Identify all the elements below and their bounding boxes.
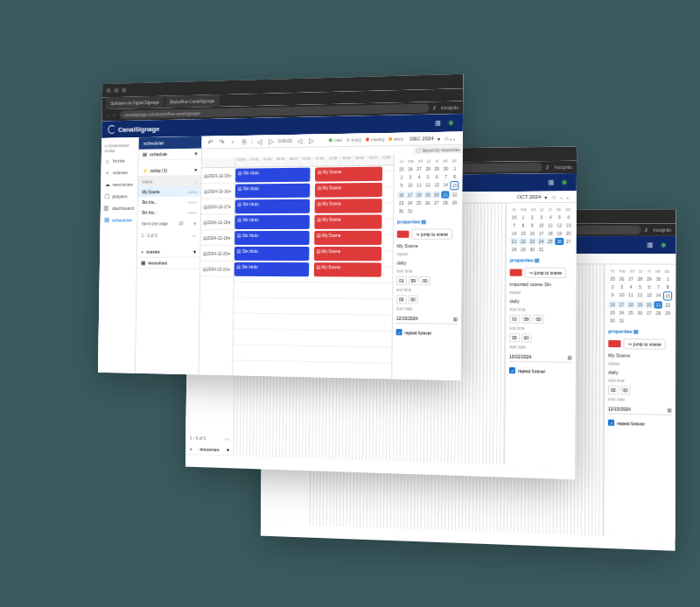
grid-icon[interactable]: ⊞ bbox=[433, 118, 443, 128]
start-time-input[interactable]: 015900 bbox=[396, 276, 458, 286]
scene-item[interactable]: Sin títu...scene bbox=[137, 207, 200, 218]
sidebar-item-scenes[interactable]: +scenes bbox=[101, 166, 137, 178]
panel-title: scheduler bbox=[139, 136, 202, 150]
repeat-forever-checkbox[interactable]: ✓ bbox=[396, 329, 402, 335]
left-panel: scheduler ▤ schedule ▾ ⚡ today (1) ▾ sce… bbox=[136, 136, 202, 375]
sidebar-item-resources[interactable]: ☁resources bbox=[101, 178, 137, 191]
schedule-grid[interactable]: 00:0002:0004:0006:0008:0010:0012:0014:00… bbox=[233, 155, 394, 379]
start-date-field[interactable]: 12/15/2024▥ bbox=[608, 404, 672, 415]
month-calendar[interactable]: 2526272829301 2345678 9101112131415 1617… bbox=[397, 164, 459, 214]
end-time-input[interactable]: 0000 bbox=[396, 295, 458, 304]
scene-item[interactable]: Sin títu...scene bbox=[138, 197, 201, 207]
calendar-icon[interactable]: ▥ bbox=[453, 317, 458, 322]
properties-header: properties ▤ bbox=[397, 217, 458, 226]
legend: used empty meeting alerts bbox=[329, 136, 403, 143]
resources-section[interactable]: ▦ resources bbox=[137, 258, 200, 269]
redo-icon[interactable]: ↷ bbox=[217, 137, 225, 146]
settings-icon[interactable]: ✱ bbox=[659, 241, 668, 250]
event-block[interactable]: ▤ Sin título bbox=[235, 168, 311, 183]
event-block[interactable]: ▤ My Scene bbox=[315, 167, 382, 182]
schedule-row[interactable]: ▤ schedule ▾ bbox=[138, 149, 201, 161]
undo-icon[interactable]: ↶ bbox=[206, 138, 214, 147]
jump-button[interactable]: ↪ jump to scene bbox=[624, 338, 666, 350]
properties-panel: lumamijuvisádo 2526272829301 2345678 910… bbox=[391, 154, 462, 380]
month-nav[interactable]: DEC 2024 ▾ ☉ ‹ › bbox=[407, 135, 458, 142]
color-swatch[interactable] bbox=[397, 231, 410, 238]
repeat-select[interactable]: daily bbox=[396, 259, 458, 266]
save-icon[interactable]: ▫ bbox=[228, 137, 236, 146]
copy-icon[interactable]: ⎘ bbox=[240, 137, 248, 146]
scene-name: My Scene bbox=[397, 242, 458, 249]
rewind-icon[interactable]: ◁ bbox=[256, 137, 263, 146]
scenes-section[interactable]: + scenes ▾ bbox=[137, 247, 200, 258]
brand: CanalSignage bbox=[108, 124, 159, 134]
play-icon[interactable]: ▷ bbox=[267, 136, 275, 145]
jump-to-scene-button[interactable]: ↪ jump to scene bbox=[411, 229, 452, 240]
grid-icon[interactable]: ⊞ bbox=[645, 241, 654, 250]
by-resources-toggle[interactable]: ▢ layout by resources bbox=[415, 146, 463, 154]
sidebar: o screensaver studio ⌂home +scenes ☁reso… bbox=[98, 137, 139, 373]
scene-item[interactable]: My Scenescene bbox=[138, 186, 201, 197]
repeat-forever-label: repeat forever bbox=[404, 330, 431, 336]
today-row[interactable]: ⚡ today (1) ▾ bbox=[138, 164, 201, 177]
zoom-level: 0:00:00 bbox=[278, 138, 292, 143]
date-column: ▤ 2024-12-15 ▾ ▤ 2024-12-16 ▾ ▤ 2024-12-… bbox=[199, 157, 235, 375]
repeat-forever-checkbox[interactable]: ✓ bbox=[608, 420, 614, 426]
calendar[interactable]: 2526272829301 2345678 9101112131415 1617… bbox=[608, 276, 672, 325]
incognito-label: Incógnito bbox=[441, 105, 458, 111]
sidebar-item-scheduler[interactable]: ▤scheduler bbox=[101, 214, 137, 227]
properties-header: properties ▤ bbox=[608, 327, 672, 337]
sidebar-item-players[interactable]: ▢players bbox=[101, 191, 137, 203]
settings-icon[interactable]: ✱ bbox=[446, 118, 456, 128]
start-date-input[interactable]: 12/15/2024▥ bbox=[396, 314, 458, 324]
sidebar-item-dashboard[interactable]: ▥dashboard bbox=[101, 202, 137, 214]
sidebar-item-home[interactable]: ⌂home bbox=[102, 155, 138, 167]
